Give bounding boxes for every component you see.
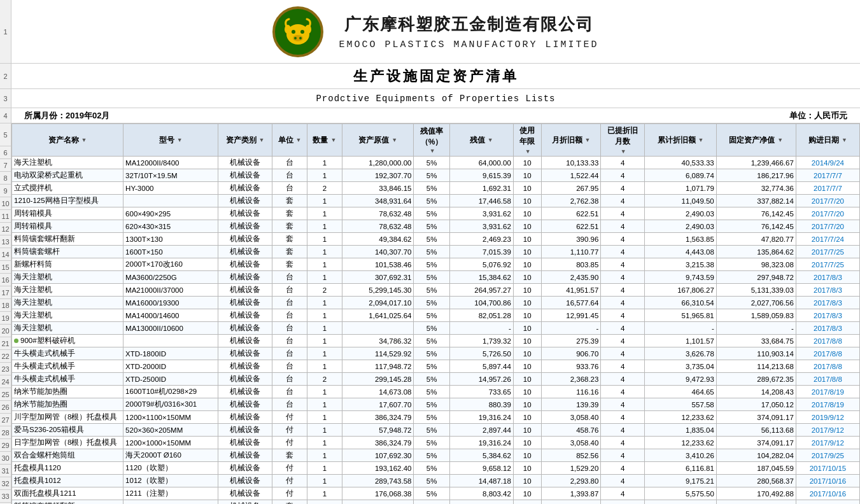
- th-qty[interactable]: 数量▼: [307, 124, 342, 157]
- table-cell: 5%: [414, 398, 449, 411]
- table-cell: 9,658.12: [449, 462, 513, 475]
- th-net[interactable]: 固定资产净值▼: [716, 124, 796, 157]
- unit-label: 单位：人民币元: [789, 110, 847, 122]
- table-cell: 套: [272, 246, 307, 258]
- row-num-28: 28: [0, 426, 11, 439]
- table-row: 牛头横走式机械手XTD-2500ID机械设备台2299,145.285%14,9…: [12, 373, 860, 386]
- svg-point-7: [299, 37, 302, 39]
- table-cell: 1: [307, 398, 342, 411]
- table-row: 托盘模具10121012（吹塑）机械设备付1289,743.585%14,487…: [12, 475, 860, 487]
- bull-logo-svg: [280, 14, 316, 50]
- table-cell: 104,282.04: [716, 449, 796, 462]
- th-date[interactable]: 购进日期▼: [796, 124, 859, 157]
- row-num-17: 17: [0, 286, 11, 299]
- table-cell: 10: [513, 398, 541, 411]
- th-monthly[interactable]: 月折旧额▼: [541, 124, 601, 157]
- table-cell: 台: [272, 169, 307, 182]
- table-cell: 5%: [414, 271, 449, 284]
- table-cell: 880.39: [449, 398, 513, 411]
- table-cell: 10: [513, 284, 541, 297]
- table-cell: 139.39: [541, 398, 601, 411]
- table-cell: 套: [272, 258, 307, 271]
- th-model[interactable]: 型号▼: [123, 124, 218, 157]
- table-cell: 10: [513, 233, 541, 246]
- table-cell: 297,948.72: [716, 271, 796, 284]
- table-cell: 2017/8/19: [796, 386, 859, 398]
- table-header-row: 资产名称▼ 型号▼ 资产类别▼ 单位▼ 数量▼ 资产原值▼: [12, 124, 860, 157]
- table-cell: 5%: [414, 424, 449, 437]
- table-row: 纳米节能加热圈1600T10#机/0298×29机械设备台114,673.085…: [12, 386, 860, 398]
- table-cell: 852.56: [541, 449, 601, 462]
- table-cell: 5%: [414, 220, 449, 233]
- th-type[interactable]: 资产类别▼: [218, 124, 272, 157]
- table-cell: 电动双梁桥式起重机: [12, 169, 123, 182]
- table-cell: 1: [307, 297, 342, 309]
- table-cell: 900#塑料破碎机: [12, 335, 123, 347]
- table-cell: 2017/8/3: [796, 322, 859, 335]
- row-num-19: 19: [0, 312, 11, 325]
- table-cell: 4: [601, 437, 645, 449]
- table-cell: 机械设备: [218, 220, 272, 233]
- table-cell: 622.51: [541, 207, 601, 220]
- table-cell: MA14000/14600: [123, 309, 218, 322]
- table-cell: 2017/7/7: [796, 169, 859, 182]
- table-cell: 机械设备: [218, 373, 272, 386]
- table-cell: 1: [307, 360, 342, 373]
- th-years[interactable]: 使用年限▼: [513, 124, 541, 157]
- table-cell: 2017/9/12: [796, 424, 859, 437]
- table-row: 海天注塑机MA13000II/10600机械设备台15%-10-4--2017/…: [12, 322, 860, 335]
- row-num-15: 15: [0, 261, 11, 274]
- table-cell: 牛头横走式机械手: [12, 373, 123, 386]
- table-cell: 机械设备: [218, 169, 272, 182]
- table-cell: 135,864.62: [716, 246, 796, 258]
- table-cell: 49,384.62: [342, 233, 414, 246]
- table-cell: 2,293.80: [541, 475, 601, 487]
- table-cell: 64,000.00: [449, 157, 513, 169]
- th-months[interactable]: 已提折旧月数▼: [601, 124, 645, 157]
- table-cell: 海天2000T Ø160: [123, 449, 218, 462]
- table-cell: 4: [601, 449, 645, 462]
- table-row: 周转箱模具620×430×315机械设备套178,632.485%3,931.6…: [12, 220, 860, 233]
- table-cell: 机械设备: [218, 360, 272, 373]
- table-cell: 立式搅拌机: [12, 182, 123, 195]
- company-logo: [272, 6, 323, 57]
- table-cell: 906.70: [541, 347, 601, 360]
- table-cell: 机械设备: [218, 271, 272, 284]
- th-original[interactable]: 资产原值▼: [342, 124, 414, 157]
- table-cell: 5%: [414, 487, 449, 500]
- table-cell: 307,692.31: [342, 271, 414, 284]
- table-cell: 机械设备: [218, 347, 272, 360]
- table-cell: 33,684.75: [716, 335, 796, 347]
- table-cell: 10: [513, 411, 541, 424]
- th-rate[interactable]: 残值率（%）▼: [414, 124, 449, 157]
- table-cell: 台: [272, 322, 307, 335]
- th-accumulated[interactable]: 累计折旧额▼: [645, 124, 717, 157]
- table-cell: 机械设备: [218, 309, 272, 322]
- green-dot-icon: [14, 339, 18, 343]
- table-cell: 5%: [414, 169, 449, 182]
- table-cell: 2,469.23: [449, 233, 513, 246]
- table-cell: 2000T×170改160: [123, 258, 218, 271]
- table-row: 新螺杆料筒2000T×170改160机械设备套1101,538.465%5,07…: [12, 258, 860, 271]
- table-cell: 套: [272, 195, 307, 207]
- table-cell: 套: [272, 449, 307, 462]
- row-num-14: 14: [0, 248, 11, 261]
- table-cell: 2: [307, 284, 342, 297]
- table-cell: 2,368.23: [541, 373, 601, 386]
- th-unit[interactable]: 单位▼: [272, 124, 307, 157]
- table-cell: 1,739.32: [449, 335, 513, 347]
- table-row: 周转箱模具600×490×295机械设备套178,632.485%3,931.6…: [12, 207, 860, 220]
- table-cell: 56,113.68: [716, 424, 796, 437]
- table-cell: 1: [307, 500, 342, 505]
- table-cell: 2017/9/12: [796, 437, 859, 449]
- table-cell: [123, 335, 218, 347]
- table-cell: 107,692.30: [342, 449, 414, 462]
- table-cell: 12,233.62: [645, 437, 717, 449]
- th-residual[interactable]: 残值▼: [449, 124, 513, 157]
- table-cell: 台: [272, 398, 307, 411]
- table-cell: 3,410.26: [645, 449, 717, 462]
- table-cell: 386,324.79: [342, 411, 414, 424]
- table-cell: 10: [513, 424, 541, 437]
- table-cell: 2017/8/8: [796, 373, 859, 386]
- th-name[interactable]: 资产名称▼: [12, 124, 123, 157]
